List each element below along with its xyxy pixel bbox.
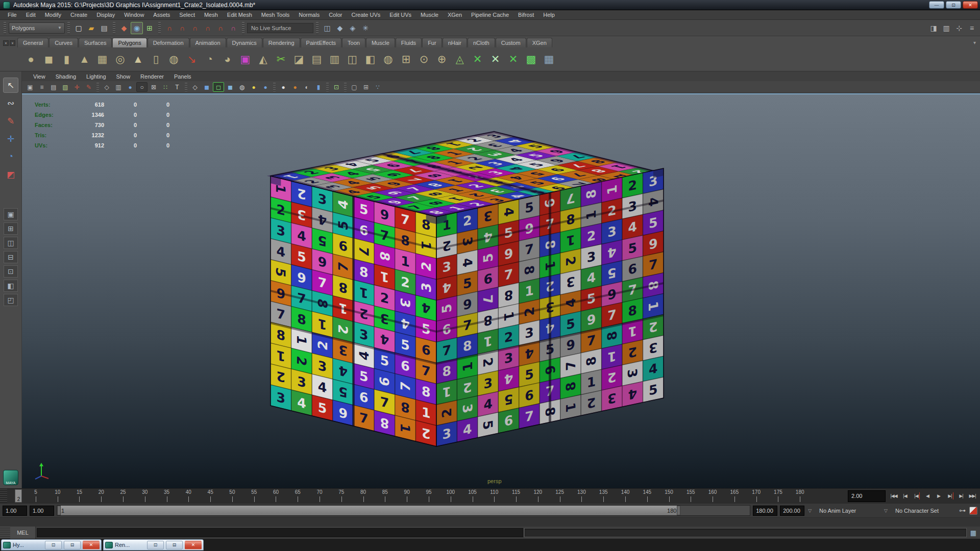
select-tool[interactable]: ↖ — [3, 78, 18, 93]
menu-edit[interactable]: Edit — [21, 12, 40, 18]
quadrangulate-icon[interactable]: ✕ — [469, 51, 486, 68]
status-grip[interactable] — [242, 22, 244, 34]
poly-pipe-icon[interactable]: ▯ — [148, 51, 164, 68]
set-key-icon[interactable]: ⊶ — [958, 507, 967, 514]
attribute-editor-toggle-icon[interactable]: ▥ — [940, 22, 952, 34]
command-line-grip[interactable] — [0, 527, 10, 539]
render-settings-icon[interactable]: ✳ — [359, 22, 372, 34]
use-default-material-icon[interactable]: ◍ — [236, 82, 248, 92]
make-live-icon[interactable]: ∩ — [227, 22, 239, 34]
plugin-shapes-icon[interactable]: ∵ — [372, 82, 383, 92]
extrude-icon[interactable]: ▤ — [308, 51, 325, 68]
layout-persp-uv[interactable]: ◧ — [4, 280, 18, 292]
menu-bifrost[interactable]: Bifrost — [513, 12, 538, 18]
layout-persp-outliner[interactable]: ◫ — [4, 237, 18, 249]
playback-end-field[interactable]: 180.00 — [753, 506, 777, 516]
shelf-tab-general[interactable]: General — [17, 38, 48, 47]
open-scene-icon[interactable]: ▰ — [85, 22, 97, 34]
smooth-icon[interactable]: ◍ — [380, 51, 397, 68]
grid-icon[interactable]: ◇ — [101, 82, 112, 92]
animation-end-field[interactable]: 200.00 — [780, 506, 804, 516]
film-gate-icon[interactable]: ▥ — [113, 82, 124, 92]
shelf-tab-rendering[interactable]: Rendering — [263, 38, 300, 47]
poly-cube-icon[interactable]: ◼ — [40, 51, 57, 68]
snap-to-points-icon[interactable]: ∩ — [189, 22, 201, 34]
shelf-tab-fur[interactable]: Fur — [422, 38, 442, 47]
layout-four-pane[interactable]: ⊞ — [4, 222, 18, 235]
combine-icon[interactable]: ◔ — [201, 51, 218, 68]
restore-button[interactable]: ⊡ — [946, 1, 961, 9]
command-line-input[interactable] — [37, 528, 523, 537]
chevron-down-icon[interactable]: ▽ — [883, 508, 889, 513]
step-back-key-button[interactable]: |◀ — [900, 491, 910, 502]
selection-mode-dropdown[interactable]: Polygons ▼ — [9, 22, 65, 34]
step-forward-frame-button[interactable]: ▶| — [945, 491, 955, 502]
save-scene-icon[interactable]: ▤ — [98, 22, 110, 34]
status-grip[interactable] — [113, 22, 115, 34]
shelf-tab-ncloth[interactable]: nCloth — [468, 38, 495, 47]
crate-left-face[interactable]: 1234567823456781345678124567812356781234… — [271, 176, 436, 446]
menu-mesh-tools[interactable]: Mesh Tools — [257, 12, 294, 18]
ipr-render-icon[interactable]: ◈ — [347, 22, 359, 34]
panel-menu-lighting[interactable]: Lighting — [81, 73, 111, 80]
menu-create-uvs[interactable]: Create UVs — [347, 12, 385, 18]
crate-model[interactable]: 1234567812323456781234345678123454567812… — [22, 94, 980, 488]
render-current-frame-icon[interactable]: ◆ — [334, 22, 346, 34]
extract-faces-icon[interactable]: ↘ — [183, 51, 200, 68]
menu-edit-uvs[interactable]: Edit UVs — [385, 12, 416, 18]
new-scene-icon[interactable]: ▢ — [72, 22, 85, 34]
append-polygon-icon[interactable]: ◧ — [362, 51, 379, 68]
rotate-tool[interactable]: ◔ — [3, 149, 18, 164]
close-button[interactable]: ✕ — [83, 541, 100, 549]
poly-cone-icon[interactable]: ▲ — [76, 51, 93, 68]
character-set-selector[interactable]: No Character Set — [891, 506, 955, 516]
panel-menu-panels[interactable]: Panels — [169, 73, 197, 80]
current-time-field[interactable]: 2.00 — [848, 490, 886, 502]
grease-pencil-icon[interactable]: ✎ — [83, 82, 94, 92]
range-slider-track[interactable]: 1 180 — [57, 505, 750, 516]
camera-attributes-icon[interactable]: ≡ — [36, 82, 47, 92]
paint-select-tool[interactable]: ✎ — [3, 113, 18, 129]
wireframe-icon[interactable]: ◇ — [189, 82, 201, 92]
menu-mesh[interactable]: Mesh — [200, 12, 223, 18]
target-weld-icon[interactable]: ⊕ — [433, 51, 450, 68]
close-button[interactable]: ✕ — [185, 541, 202, 549]
menu-file[interactable]: File — [3, 12, 21, 18]
menu-modify[interactable]: Modify — [40, 12, 66, 18]
layout-single-pane[interactable]: ▣ — [4, 208, 18, 220]
script-editor-icon[interactable]: ▦ — [969, 528, 978, 537]
crate-right-face[interactable]: 1234567812323456781234345678123454567812… — [436, 168, 664, 446]
menu-normals[interactable]: Normals — [294, 12, 324, 18]
smooth-shade-icon[interactable]: ◼ — [201, 82, 212, 92]
go-to-start-button[interactable]: |◀◀ — [889, 491, 899, 502]
snap-to-curves-icon[interactable]: ∩ — [176, 22, 188, 34]
soften-edge-icon[interactable]: ✕ — [487, 51, 504, 68]
layout-persp-panels[interactable]: ◰ — [4, 294, 18, 306]
poly-torus-icon[interactable]: ◎ — [112, 51, 129, 68]
shelf-tab-fluids[interactable]: Fluids — [396, 38, 422, 47]
animation-start-field[interactable]: 1.00 — [3, 506, 27, 516]
select-by-component-icon[interactable]: ⊞ — [143, 22, 156, 34]
xray-icon[interactable]: ▢ — [349, 82, 360, 92]
resolution-gate-icon[interactable]: ● — [125, 82, 136, 92]
shelf-tab-deformation[interactable]: Deformation — [148, 38, 189, 47]
harden-edge-icon[interactable]: ✕ — [505, 51, 522, 68]
auto-keyframe-toggle-icon[interactable] — [969, 507, 977, 515]
shelf-tab-dynamics[interactable]: Dynamics — [227, 38, 262, 47]
layout-persp-graph[interactable]: ⊟ — [4, 251, 18, 263]
lighting-all-icon[interactable]: ● — [260, 82, 271, 92]
xray-active-components-icon[interactable]: ⊞ — [360, 82, 372, 92]
panel-menu-show[interactable]: Show — [111, 73, 136, 80]
shelf-tab-painteffects[interactable]: PaintEffects — [301, 38, 342, 47]
uv-checker-icon[interactable]: ▩ — [523, 51, 540, 68]
image-plane-icon[interactable]: ▧ — [60, 82, 71, 92]
motion-blur-icon[interactable]: ◐ — [301, 82, 312, 92]
select-by-object-icon[interactable]: ◉ — [131, 22, 143, 34]
shelf-tab-nhair[interactable]: nHair — [443, 38, 467, 47]
shelf-tab-curves[interactable]: Curves — [49, 38, 78, 47]
menu-select[interactable]: Select — [175, 12, 200, 18]
safe-action-icon[interactable]: ∷ — [160, 82, 171, 92]
scale-tool[interactable]: ◩ — [3, 167, 18, 182]
menu-create[interactable]: Create — [66, 12, 92, 18]
bevel-icon[interactable]: ▥ — [326, 51, 343, 68]
